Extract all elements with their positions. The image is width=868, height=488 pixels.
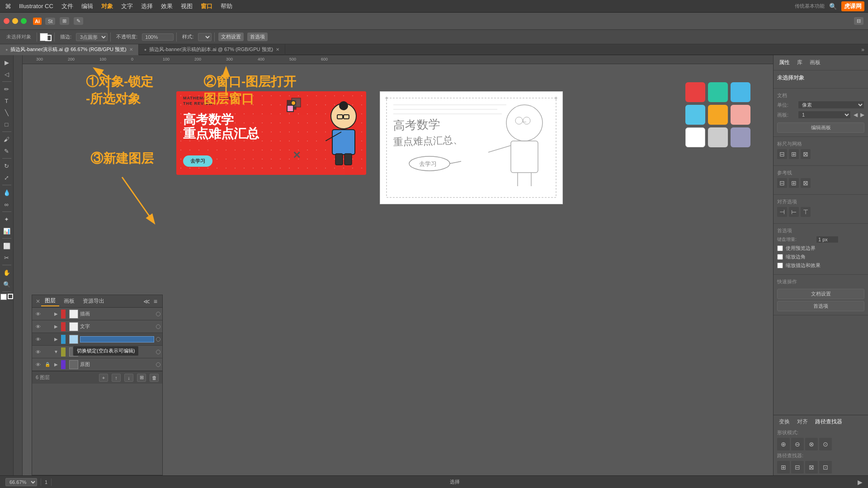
align-icon-3[interactable]: ⊤ — [801, 207, 811, 217]
edit-artboard-btn[interactable]: 编辑画板 — [777, 122, 864, 133]
tab-2[interactable]: ● 插边风-banner演示稿的副本.ai @ 67% (RGB/GPU 预览)… — [139, 44, 285, 55]
opacity-input[interactable] — [142, 33, 174, 41]
menu-select[interactable]: 选择 — [137, 1, 156, 11]
stroke-color[interactable] — [45, 35, 52, 41]
tab-1-close[interactable]: ✕ — [129, 47, 133, 52]
layer-row-text[interactable]: 👁 ▶ 文字 — [32, 320, 162, 333]
layer-expand-text[interactable]: ▶ — [53, 324, 59, 330]
footer-btn-move-down[interactable]: ↓ — [124, 374, 133, 382]
shape-mode-2[interactable]: ⊖ — [791, 438, 804, 450]
layer-expand-color[interactable]: ▼ — [53, 349, 59, 355]
swatch-red[interactable] — [685, 82, 705, 102]
banner-cta[interactable]: 去学习 — [183, 155, 212, 167]
doc-settings-btn[interactable]: 文档设置 — [218, 33, 244, 41]
title-btn-pen[interactable]: ✎ — [74, 17, 83, 25]
direct-select-tool[interactable]: ◁ — [1, 69, 12, 80]
pen-tool[interactable]: ✏ — [1, 84, 12, 94]
layer-lock-color[interactable] — [44, 348, 51, 356]
arrange-btn[interactable]: ⊟ — [854, 17, 863, 25]
menu-app-name[interactable]: Illustrator CC — [15, 2, 57, 10]
bottom-tab-transform[interactable]: 变换 — [777, 417, 792, 427]
swatch-orange[interactable] — [708, 105, 728, 125]
keyboard-value[interactable] — [816, 236, 839, 243]
canvas-area[interactable]: 300 200 100 0 100 200 300 400 500 600 ①对… — [14, 55, 773, 475]
swatch-cyan[interactable] — [685, 105, 705, 125]
layer-expand-draw[interactable]: ▶ — [53, 311, 59, 317]
align-icon-1[interactable]: ⊣ — [777, 207, 787, 217]
swatch-salmon[interactable] — [731, 105, 750, 125]
panel-tab-assets[interactable]: 资源导出 — [79, 296, 108, 306]
layer-row-editing[interactable]: 👁 ▶ — [32, 333, 162, 346]
ruler-icon-3[interactable]: ⊠ — [801, 149, 811, 159]
layer-eye-color[interactable]: 👁 — [34, 348, 42, 356]
align-icon-2[interactable]: ⊢ — [789, 207, 799, 217]
shape-tool[interactable]: □ — [1, 119, 12, 130]
zoom-tool[interactable]: 🔍 — [1, 279, 12, 290]
swatch-lightblue[interactable] — [731, 82, 750, 102]
layer-lock-draw[interactable] — [44, 310, 51, 318]
pathfinder-1[interactable]: ⊞ — [777, 461, 790, 474]
pencil-tool[interactable]: ✎ — [1, 145, 12, 156]
swatch-bluegray[interactable] — [731, 127, 750, 147]
shape-mode-3[interactable]: ⊗ — [805, 438, 818, 450]
snap-checkbox[interactable] — [777, 245, 783, 251]
layer-row-draw[interactable]: 👁 ▶ 描画 — [32, 308, 162, 320]
title-btn-grid[interactable]: ⊞ — [60, 17, 69, 25]
panel-tab-artboard[interactable]: 画板 — [60, 296, 78, 306]
scale-checkbox[interactable] — [777, 263, 783, 268]
slice-tool[interactable]: ✂ — [1, 252, 12, 263]
rp-tab-artboards[interactable]: 画板 — [808, 58, 822, 67]
symbol-tool[interactable]: ✦ — [1, 214, 12, 225]
preferences-btn[interactable]: 首选项 — [247, 33, 268, 41]
menu-edit[interactable]: 编辑 — [78, 1, 97, 11]
footer-btn-duplicate[interactable]: ⊞ — [137, 374, 146, 382]
footer-btn-new-layer[interactable]: + — [99, 374, 108, 382]
layer-lock-editing[interactable] — [44, 336, 51, 343]
select-tool[interactable]: ▶ — [1, 57, 12, 68]
ruler-icon-2[interactable]: ⊞ — [789, 149, 799, 159]
corner-checkbox[interactable] — [777, 254, 783, 260]
pathfinder-2[interactable]: ⊟ — [791, 461, 804, 474]
layer-eye-editing[interactable]: 👁 — [34, 335, 42, 343]
pathfinder-4[interactable]: ⊡ — [819, 461, 832, 474]
guide-icon-3[interactable]: ⊠ — [801, 178, 811, 188]
stroke-swatch-small[interactable] — [8, 294, 13, 299]
rotate-tool[interactable]: ↻ — [1, 160, 12, 171]
blend-tool[interactable]: ∞ — [1, 199, 12, 210]
ruler-icon-1[interactable]: ⊟ — [777, 149, 787, 159]
apple-menu[interactable]: ⌘ — [4, 2, 13, 11]
bottom-tab-align[interactable]: 对齐 — [795, 417, 810, 427]
quick-doc-settings-btn[interactable]: 文档设置 — [777, 289, 864, 299]
rp-tab-library[interactable]: 库 — [795, 58, 804, 67]
menu-effect[interactable]: 效果 — [157, 1, 176, 11]
guide-icon-2[interactable]: ⊞ — [789, 178, 799, 188]
paint-brush-tool[interactable]: 🖌 — [1, 134, 12, 145]
guide-icon-1[interactable]: ⊟ — [777, 178, 787, 188]
menu-text[interactable]: 文字 — [118, 1, 137, 11]
close-button[interactable] — [4, 18, 9, 24]
tab-1[interactable]: ● 插边风-banner演示稿.ai @ 66.67% (RGB/GPU 预览)… — [0, 44, 139, 55]
type-tool[interactable]: T — [1, 95, 12, 106]
line-tool[interactable]: ╲ — [1, 107, 12, 118]
swatch-teal[interactable] — [708, 82, 728, 102]
shape-mode-1[interactable]: ⊕ — [777, 438, 790, 450]
zoom-select[interactable]: 66.67% — [5, 478, 37, 486]
layer-eye-draw[interactable]: 👁 — [34, 310, 42, 318]
artboard-select[interactable]: 1 — [798, 111, 851, 119]
title-btn-st[interactable]: St — [45, 18, 55, 25]
swatch-white[interactable] — [685, 127, 705, 147]
shape-mode-4[interactable]: ⊙ — [819, 438, 832, 450]
minimize-button[interactable] — [12, 18, 18, 24]
swatch-gray[interactable] — [708, 127, 728, 147]
layer-lock-original[interactable]: 🔒 — [44, 361, 51, 368]
scale-tool[interactable]: ⤢ — [1, 172, 12, 183]
panel-menu[interactable]: ≡ — [152, 298, 159, 305]
menu-view[interactable]: 视图 — [177, 1, 196, 11]
menu-window[interactable]: 窗口 — [197, 1, 216, 11]
unit-select[interactable]: 像素 — [798, 101, 864, 109]
artboard-prev[interactable]: ◀ — [854, 112, 858, 118]
layer-eye-original[interactable]: 👁 — [34, 361, 42, 369]
layer-eye-text[interactable]: 👁 — [34, 323, 42, 331]
layer-name-input[interactable] — [80, 336, 154, 343]
footer-btn-delete[interactable]: 🗑 — [150, 374, 159, 382]
